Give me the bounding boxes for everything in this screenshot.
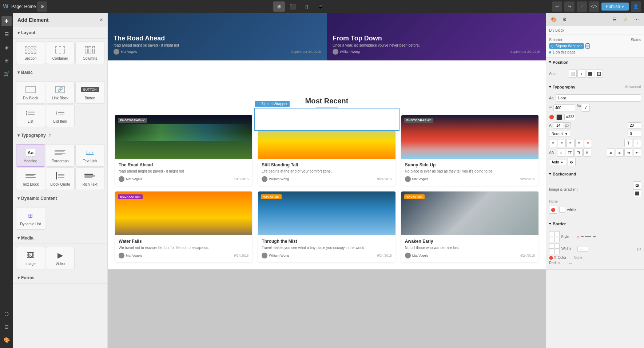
text-x-btn[interactable]: ×: [584, 139, 592, 147]
list-item-icon: [53, 108, 67, 118]
weight-selector[interactable]: 400: [553, 104, 575, 111]
hero-subtitle-right: Once a year, go someplace you've never b…: [333, 43, 540, 47]
code-btn[interactable]: </>: [589, 1, 599, 12]
add-element-close[interactable]: ×: [100, 17, 103, 23]
typography-section-header[interactable]: ▾ Typography ?: [13, 130, 107, 141]
text-format-btn-1[interactable]: T: [624, 139, 632, 147]
font-color-value[interactable]: #333: [564, 114, 576, 120]
dynamic-list-element[interactable]: ⊞ Dynamic List: [16, 207, 45, 230]
list-ol-btn[interactable]: ≡: [616, 149, 624, 157]
heading-element[interactable]: Aa Heading: [16, 144, 45, 167]
button-element[interactable]: BUTTON Button: [75, 81, 104, 104]
page-name[interactable]: Home: [24, 4, 36, 9]
transform-x-btn[interactable]: ×: [557, 149, 565, 157]
ecommerce-icon[interactable]: 🛒: [1, 68, 12, 79]
indent-btn[interactable]: ⇥: [624, 149, 632, 157]
spacing-input[interactable]: 0: [628, 131, 641, 137]
list-ul-btn[interactable]: ≡: [607, 149, 615, 157]
align-center-btn[interactable]: ≡: [558, 139, 566, 147]
paragraph-element[interactable]: Paragraph: [46, 144, 75, 167]
font-settings-btn[interactable]: ⚙: [568, 158, 576, 166]
container-element[interactable]: Container: [46, 41, 75, 64]
columns-element[interactable]: Columns: [75, 41, 104, 64]
tablet-portrait-btn[interactable]: ▯: [301, 1, 313, 12]
meta-date-3: 9/24/2015: [520, 177, 535, 181]
redo-btn[interactable]: ↪: [564, 1, 575, 12]
signup-wrapper[interactable]: ☰ Signup Wrapper: [254, 108, 399, 131]
page-settings-btn[interactable]: ⚙: [37, 1, 47, 12]
interactions-panel-btn[interactable]: ⚡: [621, 15, 630, 24]
font-color-swatch[interactable]: [556, 114, 562, 120]
navigator-panel-btn[interactable]: ☰: [610, 15, 619, 24]
media-section-header[interactable]: ▾ Media: [13, 233, 107, 244]
hero-author-right: William Wong September 24, 2015: [333, 49, 540, 55]
settings-panel-btn[interactable]: ⚙: [560, 15, 569, 24]
line-height-input[interactable]: 20: [628, 122, 641, 128]
typography-section-header-panel[interactable]: ▾ Typography Advanced: [546, 82, 644, 91]
align-justify-btn[interactable]: ≡: [575, 139, 583, 147]
typography-advanced-badge[interactable]: Advanced: [625, 85, 641, 89]
normal-selector[interactable]: Normal: [549, 131, 570, 137]
italic-btn[interactable]: I: [582, 104, 590, 112]
section-element[interactable]: Section: [16, 41, 45, 64]
align-left-btn[interactable]: ≡: [549, 139, 557, 147]
text-block-element[interactable]: Text Block: [16, 167, 45, 190]
pos-btn-2[interactable]: ↕: [577, 70, 585, 78]
border-corner-tl: [549, 231, 554, 236]
bg-gradient-btn[interactable]: ⬛: [633, 189, 641, 197]
layout-section-header[interactable]: ▾ Layout: [13, 27, 107, 39]
background-section: ▾ Background Image & Gradient 🖼 ⬛ None: [546, 169, 644, 219]
align-right-btn[interactable]: ≡: [567, 139, 575, 147]
font-selector[interactable]: Lora: [556, 94, 641, 102]
transform-tt-btn[interactable]: TT: [566, 149, 574, 157]
desktop-view-btn[interactable]: 🖥: [273, 1, 285, 12]
font-auto-selector[interactable]: Auto: [549, 159, 566, 165]
basic-section-header[interactable]: ▾ Basic: [13, 67, 107, 78]
card-meta-5: William Wong 9/24/2015: [262, 253, 391, 258]
preview-check-btn[interactable]: ✓: [577, 1, 587, 12]
text-link-element[interactable]: Link Text Link: [75, 144, 104, 167]
background-section-header[interactable]: ▾ Background: [546, 169, 644, 178]
signup-wrapper-container: ☰ Signup Wrapper: [108, 60, 546, 86]
pos-btn-1[interactable]: ⬜: [569, 70, 577, 78]
selector-edit-btn[interactable]: ✏: [585, 43, 590, 49]
position-section-header[interactable]: ▾ Position: [546, 58, 644, 67]
more-panel-btn[interactable]: ⋯: [632, 15, 641, 24]
transform-tt2-btn[interactable]: Tt: [575, 149, 583, 157]
text-format-btn-2[interactable]: I: [633, 139, 641, 147]
image-element[interactable]: 🖼 Image: [16, 247, 45, 269]
outdent-btn[interactable]: ⇤: [633, 149, 641, 157]
navigator-icon[interactable]: ☰: [1, 29, 12, 39]
video-element[interactable]: ▶ Video: [46, 247, 75, 269]
undo-btn[interactable]: ↩: [552, 1, 562, 12]
list-element[interactable]: List: [16, 104, 45, 127]
font-size-input[interactable]: 14 px: [553, 122, 571, 128]
div-block-element[interactable]: Div Block: [16, 81, 45, 104]
layers-icon[interactable]: ⊟: [1, 322, 12, 332]
style-panel-btn[interactable]: 🎨: [549, 15, 558, 24]
selector-chip[interactable]: ⬡ Signup Wrapper: [549, 43, 584, 49]
rich-text-element[interactable]: Rich Text: [75, 167, 104, 190]
link-block-element[interactable]: 🔗 Link Block: [46, 81, 75, 104]
bg-color-swatch[interactable]: [559, 207, 565, 213]
symbols-icon[interactable]: ◈: [1, 42, 12, 52]
forms-section-header[interactable]: ▾ Forms: [13, 272, 107, 284]
tablet-landscape-btn[interactable]: ⬛: [287, 1, 299, 12]
bg-color-indicator[interactable]: 🔴: [549, 206, 557, 214]
code-view-icon[interactable]: ⬡: [1, 309, 12, 319]
list-item-element[interactable]: List Item: [46, 104, 75, 127]
bg-image-btn[interactable]: 🖼: [633, 181, 641, 189]
dynamic-content-section-header[interactable]: ▾ Dynamic Content: [13, 193, 107, 204]
border-section-header[interactable]: ▾ Border: [546, 219, 644, 228]
block-quote-element[interactable]: Block Quote: [46, 167, 75, 190]
assets-icon[interactable]: 🎨: [1, 335, 12, 345]
pos-btn-4[interactable]: 🔲: [595, 70, 603, 78]
cms-icon[interactable]: ⊞: [1, 55, 12, 66]
add-element-icon[interactable]: ✚: [1, 16, 12, 26]
mobile-btn[interactable]: 📱: [315, 1, 326, 12]
border-width-input[interactable]: [577, 246, 588, 252]
pos-btn-3[interactable]: ⬛: [586, 70, 594, 78]
user-btn[interactable]: 👤: [631, 1, 641, 12]
publish-button[interactable]: Publish: [601, 3, 629, 11]
transform-tt3-btn[interactable]: tt: [583, 149, 591, 157]
